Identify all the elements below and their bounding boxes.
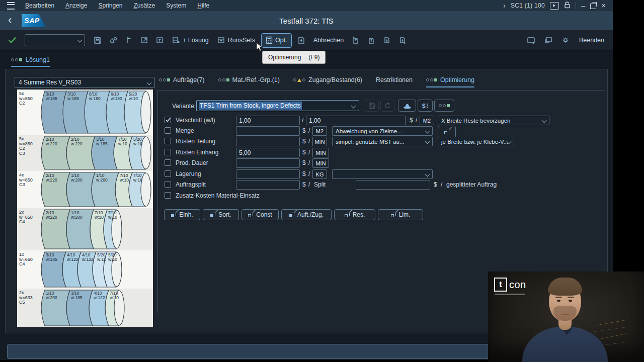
tab-loesung1[interactable]: Lösung1 xyxy=(11,56,50,67)
auftragsplit-checkbox[interactable] xyxy=(165,181,171,188)
new-window-icon[interactable] xyxy=(525,34,537,46)
form-row-verschnitt: Verschnitt (w/l) / $ / M2 X Breite Reste… xyxy=(158,116,605,126)
roll-row: 4xw=850C32/10w:2201/10w:2001/10w:2007/10… xyxy=(17,171,153,208)
split-unit-label: Split xyxy=(314,181,326,188)
tab-mat-ref-grp-1-[interactable]: Mat./Ref.-Grp.(1) xyxy=(218,76,280,87)
export-grid-icon[interactable] xyxy=(138,34,150,46)
tab-zugang-bestand-6-[interactable]: Zugang/Bestand(6) xyxy=(293,76,362,87)
zusatzkosten-checkbox[interactable] xyxy=(165,192,171,199)
publish-doc-icon[interactable] xyxy=(295,34,307,46)
svg-text:w:220: w:220 xyxy=(45,177,57,183)
prod-dauer-input[interactable] xyxy=(236,158,300,168)
mst-mode-dropdown[interactable]: simpel: genutzte MST au... xyxy=(332,137,433,146)
tab-optimierung[interactable]: Optimierung xyxy=(426,76,474,87)
breite-klebe-dropdown[interactable]: je Breite bzw. je Klebe-V... xyxy=(438,137,514,146)
settings-gears-icon[interactable] xyxy=(107,34,119,46)
button-einh-[interactable]: Einh. xyxy=(164,209,200,220)
circles-square-icon xyxy=(218,78,229,81)
svg-text:w:185: w:185 xyxy=(45,257,57,262)
button-res-[interactable]: Res. xyxy=(334,209,375,220)
menge-unit: M2 xyxy=(312,126,327,136)
tab-auftr-ge-7-[interactable]: Aufträge(7) xyxy=(159,76,205,87)
gesplitteter-auftrag-label: gesplitteter Auftrag xyxy=(446,181,497,188)
save-icon[interactable] xyxy=(92,34,104,46)
table-up-icon[interactable] xyxy=(154,34,166,46)
restore-window-button[interactable] xyxy=(590,4,596,9)
variante-refresh-button[interactable] xyxy=(380,100,394,112)
button-auft-zug-[interactable]: Auft./Zug. xyxy=(281,209,332,220)
form-row-zusatzkosten: Zusatz-Kosten Material-Einsatz xyxy=(158,191,605,202)
minimize-button[interactable]: – xyxy=(581,3,585,8)
lagerung-input[interactable] xyxy=(236,169,300,179)
wizard-hat-button[interactable] xyxy=(398,100,416,112)
svg-text:w:185: w:185 xyxy=(70,295,83,300)
confirm-check-icon[interactable] xyxy=(6,34,18,46)
auftragsplit-cost-input[interactable] xyxy=(356,180,430,190)
person-brow xyxy=(555,297,562,298)
button-sort-[interactable]: Sort. xyxy=(203,209,239,220)
webcam-overlay: t con xyxy=(488,272,644,362)
currency-sort-button[interactable]: $ xyxy=(418,100,433,112)
button-lim-[interactable]: Lim. xyxy=(378,209,423,220)
result-set-dropdown[interactable]: 4 Summe Res V_RS03 xyxy=(15,77,155,88)
close-button[interactable]: × xyxy=(601,3,606,8)
optimize-button[interactable]: Opt. xyxy=(261,33,292,48)
solution-view-button[interactable] xyxy=(434,100,454,112)
menge-input[interactable] xyxy=(236,126,300,136)
tab-restriktionen[interactable]: Restriktionen xyxy=(376,76,413,87)
currency-symbol: $ xyxy=(302,127,306,134)
beenden-button[interactable]: Beenden xyxy=(577,37,607,44)
lagerung-dropdown[interactable] xyxy=(332,169,433,179)
menge-checkbox[interactable] xyxy=(165,127,171,134)
currency-symbol: $ xyxy=(302,149,306,156)
ruesten-einhang-input[interactable] xyxy=(236,148,300,157)
prod-dauer-checkbox[interactable] xyxy=(165,159,171,166)
unlock-icon[interactable] xyxy=(564,1,571,10)
variante-save-button[interactable] xyxy=(365,100,379,112)
ruesten-teilung-label: Rüsten Teilung xyxy=(176,138,215,145)
auftragsplit-input[interactable] xyxy=(236,180,300,190)
ruesten-teilung-input[interactable] xyxy=(236,137,300,146)
video-record-icon[interactable] xyxy=(550,2,559,10)
variante-combobox[interactable]: TFS1 Trim from Stock, ingore Defects xyxy=(196,100,359,111)
menu-item-hilfe[interactable]: Hilfe xyxy=(192,2,215,9)
ruesten-teilung-checkbox[interactable] xyxy=(165,138,171,144)
abbrechen-button[interactable]: Abbrechen xyxy=(311,37,346,44)
add-solution-button[interactable]: + Lösung xyxy=(170,36,211,44)
doc-download-star-icon[interactable] xyxy=(396,34,409,46)
roll-row: 2xw=650C42/10w:2201/10w:2007/10w:107/10w… xyxy=(17,208,153,250)
svg-text:w:122: w:122 xyxy=(93,295,105,300)
lagerung-checkbox[interactable] xyxy=(165,170,171,177)
tab-label: Optimierung xyxy=(440,76,474,83)
menu-item-anzeige[interactable]: Anzeige xyxy=(60,2,93,9)
chevron-down-icon xyxy=(77,38,83,43)
gear-icon[interactable] xyxy=(559,34,572,46)
verschnitt-checkbox[interactable] xyxy=(165,117,171,123)
chevron-down-icon xyxy=(351,103,356,108)
per-separator: / xyxy=(308,181,310,188)
verschnitt-w-input[interactable] xyxy=(236,116,300,125)
svg-text:w=850: w=850 xyxy=(19,141,33,146)
reste-option-dropdown[interactable]: X Breite Reste bevorzugen xyxy=(438,116,549,125)
menu-item-springen[interactable]: Springen xyxy=(93,2,128,9)
runssets-button[interactable]: RunsSets xyxy=(215,36,258,44)
flag-icon[interactable] xyxy=(123,34,135,46)
abweichung-dropdown[interactable]: Abweichung von Zielme... xyxy=(332,126,433,136)
doc-download-icon[interactable] xyxy=(381,34,393,46)
ruesten-einhang-checkbox[interactable] xyxy=(165,149,171,155)
hamburger-menu-icon[interactable] xyxy=(7,2,15,10)
doc-upload-star-icon[interactable] xyxy=(350,34,362,46)
forward-chevron-icon[interactable]: › xyxy=(503,2,506,10)
button-const[interactable]: Const xyxy=(242,209,279,220)
form-row-prod-dauer: Prod. Dauer $ / MIN xyxy=(158,158,605,169)
doc-upload-icon[interactable] xyxy=(365,34,377,46)
svg-text:w:185: w:185 xyxy=(96,141,108,146)
menge-label: Menge xyxy=(176,127,194,134)
command-field[interactable] xyxy=(25,34,85,46)
verschnitt-l-input[interactable] xyxy=(306,116,406,125)
menu-item-system[interactable]: System xyxy=(160,2,192,9)
svg-text:w:10: w:10 xyxy=(128,96,138,101)
menu-item-zusätze[interactable]: Zusätze xyxy=(128,2,161,9)
overlap-windows-icon[interactable] xyxy=(542,34,554,46)
menu-item-bearbeiten[interactable]: Bearbeiten xyxy=(20,2,60,9)
